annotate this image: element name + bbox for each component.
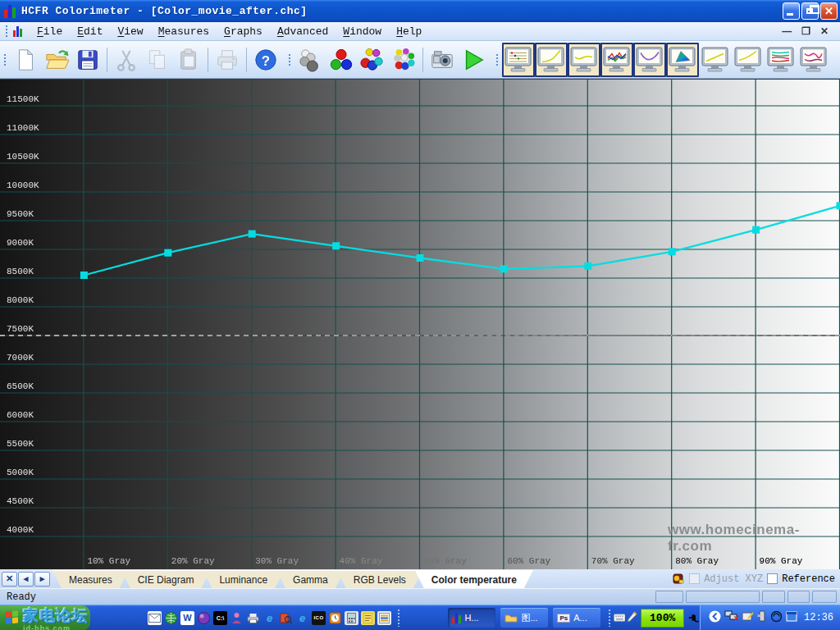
menu-view[interactable]: View	[110, 24, 150, 39]
quick-launch-ie2-icon[interactable]: e	[295, 611, 309, 625]
y-axis-label-10000: 10000K	[7, 180, 39, 191]
tab-prev-button[interactable]: ◂	[18, 572, 34, 587]
menu-bar: FileEditViewMeasuresGraphsAdvancedWindow…	[0, 22, 840, 41]
run-button[interactable]	[458, 43, 489, 76]
quick-launch-calc-icon[interactable]	[345, 611, 358, 625]
tab-luminance[interactable]: Luminance	[203, 570, 284, 588]
menu-file[interactable]: File	[30, 24, 70, 39]
y-axis-label-5500: 5500K	[7, 439, 34, 450]
menu-window[interactable]: Window	[336, 24, 389, 39]
toolbar-grip-2	[288, 53, 291, 66]
cie-view-button[interactable]	[666, 43, 699, 77]
tab-measures[interactable]: Measures	[52, 570, 129, 588]
colorchecker-view-button[interactable]	[797, 43, 830, 77]
quick-launch-cmd-icon[interactable]: C:\	[213, 611, 227, 625]
x-axis-label-60pct: 60% Gray	[507, 556, 550, 566]
menu-grip	[5, 25, 8, 38]
restore-button[interactable]	[801, 2, 819, 20]
chart-canvas	[0, 80, 840, 570]
rgb-levels-view-button[interactable]	[600, 43, 633, 77]
quick-launch-search-icon[interactable]	[279, 611, 293, 625]
document-icon[interactable]	[13, 25, 25, 37]
nearblack-view-button[interactable]	[699, 43, 732, 77]
y-axis-label-11000: 11000K	[7, 123, 39, 134]
reference-checkbox[interactable]	[767, 573, 778, 584]
toolbar-separator	[246, 48, 247, 72]
y-axis-label-7500: 7500K	[7, 324, 34, 335]
quick-launch-mail-icon[interactable]	[148, 611, 162, 625]
child-minimize-button[interactable]: —	[782, 25, 792, 37]
menu-edit[interactable]: Edit	[70, 24, 110, 39]
keyboard-icon[interactable]	[614, 611, 626, 625]
tab-color-temperature[interactable]: Color temperature	[415, 570, 533, 588]
y-axis-label-11500: 11500K	[7, 94, 39, 105]
capture-button[interactable]	[427, 43, 458, 76]
menu-graphs[interactable]: Graphs	[217, 24, 270, 39]
help-button[interactable]: ?	[250, 43, 281, 76]
plug-icon[interactable]	[687, 611, 700, 625]
quick-launch-user-icon[interactable]	[230, 611, 244, 625]
tab-rgb-levels[interactable]: RGB Levels	[337, 570, 422, 588]
tray-sync-icon[interactable]	[770, 610, 783, 626]
close-button[interactable]: ✕	[820, 2, 838, 20]
new-button[interactable]	[10, 43, 41, 76]
tab-cie-diagram[interactable]: CIE Diagram	[121, 570, 211, 588]
pen-icon[interactable]	[625, 611, 637, 625]
quick-launch-clock-icon[interactable]	[328, 611, 342, 625]
tab-gamma[interactable]: Gamma	[276, 570, 345, 588]
child-restore-button[interactable]: ❐	[801, 25, 810, 37]
full-measure-button[interactable]	[388, 43, 419, 76]
quick-launch-msn-icon[interactable]	[197, 611, 211, 625]
status-pane-4	[788, 591, 810, 603]
start-button[interactable]: 家电论坛 jd-bbs.com	[0, 605, 90, 630]
data-point-30pct	[249, 231, 256, 238]
tray-network-x-icon[interactable]: ✕	[724, 610, 738, 625]
quick-launch-printer-icon[interactable]	[246, 611, 260, 625]
svg-text:?: ?	[262, 52, 270, 68]
tray-tablet-pen-icon[interactable]	[742, 610, 754, 625]
taskbar-button-hcfr[interactable]: H...	[448, 608, 495, 628]
temperature-view-icon	[635, 47, 664, 73]
menu-help[interactable]: Help	[389, 24, 429, 39]
quick-launch-ico-icon[interactable]: ICO	[312, 611, 326, 625]
quick-launch-media-icon[interactable]	[377, 611, 391, 625]
tab-close-button[interactable]: ✕	[2, 572, 17, 587]
saturation-view-button[interactable]	[765, 43, 797, 77]
cie-view-icon	[668, 47, 697, 73]
primaries-measure-button[interactable]	[326, 43, 357, 76]
quick-launch-globe-icon[interactable]	[164, 611, 178, 625]
zoom-level-button[interactable]: 100%	[641, 609, 684, 628]
help-icon: ?	[253, 48, 278, 72]
toolbar-grip-1	[3, 53, 7, 66]
menu-measures[interactable]: Measures	[151, 24, 217, 39]
quick-launch-ie-icon[interactable]: e	[262, 611, 276, 625]
taskbar-button-folder[interactable]: 图...	[500, 608, 548, 628]
toolbar-grip-3	[495, 53, 499, 66]
adjust-xyz-checkbox[interactable]	[689, 573, 700, 584]
y-axis-label-9500: 9500K	[7, 209, 34, 220]
secondaries-measure-button[interactable]	[357, 43, 388, 76]
tray-chevron-icon[interactable]	[709, 610, 721, 626]
tray-device-x-icon[interactable]: ×	[757, 610, 767, 625]
minimize-button[interactable]	[783, 2, 800, 20]
open-button[interactable]	[41, 43, 72, 76]
taskbar-button-ps[interactable]: PsA...	[553, 608, 600, 628]
luminance-view-button[interactable]	[568, 43, 600, 77]
quick-launch-notes-icon[interactable]	[361, 611, 375, 625]
quick-launch-word-icon[interactable]: W	[180, 611, 194, 625]
measures-view-button[interactable]	[502, 43, 535, 77]
toolbar-separator	[208, 48, 208, 72]
tab-next-button[interactable]: ▸	[34, 572, 50, 587]
x-axis-label-30pct: 30% Gray	[255, 556, 299, 566]
menu-advanced[interactable]: Advanced	[270, 24, 336, 39]
grayscale-measure-button[interactable]	[294, 43, 326, 76]
app-icon	[4, 5, 17, 18]
save-button[interactable]	[72, 43, 103, 76]
tray-window-icon[interactable]	[786, 610, 797, 625]
gamma-view-button[interactable]	[535, 43, 568, 77]
temperature-view-button[interactable]	[633, 43, 666, 77]
child-close-button[interactable]: ✕	[820, 25, 829, 37]
colorchecker-view-icon	[799, 47, 829, 73]
status-pane-2	[686, 591, 760, 603]
nearwhite-view-button[interactable]	[732, 43, 765, 77]
